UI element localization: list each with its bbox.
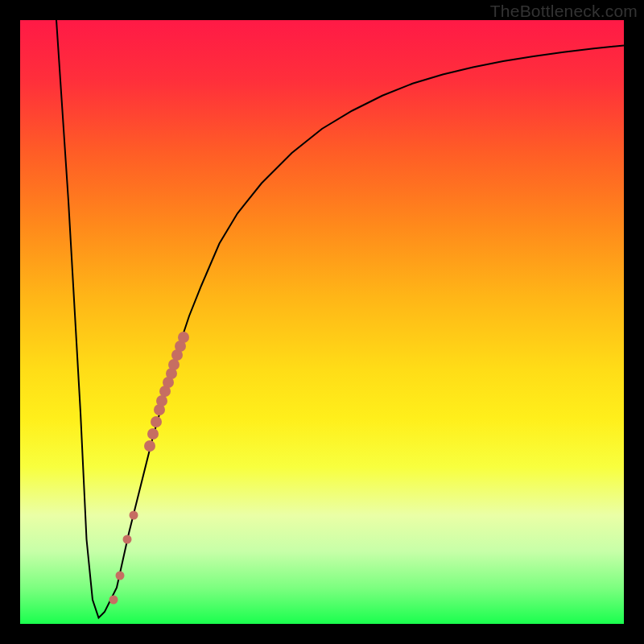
data-point [109, 596, 118, 605]
watermark-text: TheBottleneck.com [490, 2, 638, 21]
data-point [151, 416, 162, 427]
data-point [178, 332, 189, 343]
data-point [129, 511, 138, 520]
plot-area [20, 20, 624, 624]
data-point [115, 572, 124, 580]
data-point [147, 428, 159, 440]
bottleneck-curve [20, 20, 624, 624]
data-point [123, 535, 132, 544]
data-point [144, 440, 155, 452]
